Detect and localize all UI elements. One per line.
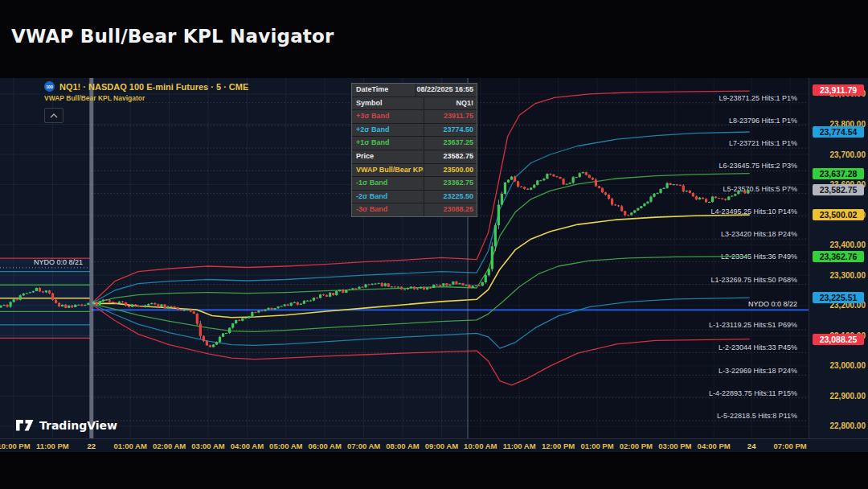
nasdaq100-symbol-icon: 100 xyxy=(44,81,55,92)
tooltip-row-value: 23582.75 xyxy=(424,150,477,163)
time-axis-label: 02:00 PM xyxy=(620,442,653,450)
price-badge: 23,637.28 xyxy=(813,168,864,179)
kpl-level-label: L4-23495.25 Hits:10 P14% xyxy=(710,208,797,216)
nydo-label: NYDO 0:0 8/21 xyxy=(34,258,83,266)
tradingview-screenshot: VWAP Bull/Bear KPL Navigator L9-23871.25… xyxy=(0,0,868,489)
tooltip-row-label: +1σ Band xyxy=(352,137,424,150)
tooltip-row-value: 23362.75 xyxy=(424,177,477,190)
price-axis-label: 23,700.00 xyxy=(813,150,866,159)
tradingview-logo-icon xyxy=(16,420,34,431)
tooltip-row-label: -3σ Band xyxy=(352,203,424,216)
kpl-level-label: L-1-23119.25 Hits:51 P69% xyxy=(709,321,797,329)
time-axis-label: 11:00 AM xyxy=(503,442,536,450)
tooltip-row: -3σ Band23088.25 xyxy=(352,203,477,216)
chart-panel: L9-23871.25 Hits:1 P1%L8-23796 Hits:1 P1… xyxy=(0,78,868,452)
tooltip-row-value: 23911.75 xyxy=(424,110,477,123)
tooltip-row-label: VWAP Bull/Bear KPL xyxy=(352,164,424,177)
kpl-level-label: L-5-22818.5 Hits:8 P11% xyxy=(717,412,797,420)
time-axis-label: 03:00 AM xyxy=(191,442,224,450)
tooltip-row: -1σ Band23362.75 xyxy=(352,177,477,191)
kpl-level-label: L5-23570.5 Hits:5 P7% xyxy=(723,185,797,193)
tooltip-row-value: 23088.25 xyxy=(424,203,477,216)
price-badge: 23,774.54 xyxy=(813,126,864,138)
price-axis-label: 22,900.00 xyxy=(813,392,866,401)
legend-indicator-text[interactable]: VWAP Bull/Bear KPL Navigator xyxy=(44,94,248,102)
legend-symbol-row[interactable]: 100 NQ1! · NASDAQ 100 E-mini Futures · 5… xyxy=(44,81,248,92)
kpl-level-label: L-2-23044 Hits:33 P45% xyxy=(719,343,797,351)
legend-symbol-text[interactable]: NQ1! · NASDAQ 100 E-mini Futures · 5 · C… xyxy=(59,82,248,92)
time-axis-label: 10:00 AM xyxy=(464,442,497,450)
price-badge: 23,500.02 xyxy=(813,209,864,220)
tooltip-row-value: 23500.00 xyxy=(424,164,477,177)
time-axis-label: 02:00 AM xyxy=(153,442,186,450)
data-window-tooltip: DateTime08/22/2025 16:55SymbolNQ1!+3σ Ba… xyxy=(351,83,477,217)
price-badge: 23,088.25 xyxy=(813,334,864,345)
tooltip-row-value: 23225.50 xyxy=(424,191,477,203)
tooltip-row: Price23582.75 xyxy=(352,150,477,164)
kpl-level-label: L9-23871.25 Hits:1 P1% xyxy=(719,94,797,102)
time-axis-date-label: 24 xyxy=(747,442,756,450)
tradingview-logo-text: TradingView xyxy=(39,419,117,432)
nydo-label: NYDO 0:0 8/22 xyxy=(748,300,797,308)
tooltip-row-label: Symbol xyxy=(352,97,424,110)
time-axis-date-label: 22 xyxy=(88,442,96,450)
time-axis-label: 01:00 AM xyxy=(114,442,147,450)
tooltip-row-value: 23637.25 xyxy=(424,137,477,150)
tooltip-row-label: -1σ Band xyxy=(352,177,424,190)
time-axis[interactable]: 10:00 PM11:00 PM2201:00 AM02:00 AM03:00 … xyxy=(0,438,868,453)
price-badge: 23,582.75 xyxy=(813,184,864,195)
tooltip-row: SymbolNQ1! xyxy=(352,97,477,111)
tooltip-row-label: +2σ Band xyxy=(352,124,424,137)
tooltip-row-label: DateTime xyxy=(352,84,416,97)
kpl-level-label: L8-23796 Hits:1 P1% xyxy=(729,117,797,125)
time-axis-label: 03:00 PM xyxy=(658,442,691,450)
legend-collapse-button[interactable] xyxy=(44,108,63,123)
chart-legend[interactable]: 100 NQ1! · NASDAQ 100 E-mini Futures · 5… xyxy=(44,81,248,102)
time-axis-label: 08:00 AM xyxy=(386,442,419,450)
tooltip-row-value: NQ1! xyxy=(424,97,477,110)
time-axis-label: 05:00 AM xyxy=(269,442,302,450)
chevron-up-icon xyxy=(50,113,58,118)
price-badge: 23,911.79 xyxy=(813,84,864,96)
tooltip-row: +3σ Band23911.75 xyxy=(352,110,477,124)
tooltip-row-label: Price xyxy=(352,150,424,163)
session-break-band xyxy=(89,78,93,438)
kpl-level-label: L-3-22969 Hits:18 P24% xyxy=(719,367,797,375)
time-axis-label: 04:00 AM xyxy=(231,442,264,450)
time-axis-label: 10:00 PM xyxy=(0,442,31,450)
tooltip-row-label: +3σ Band xyxy=(352,110,424,123)
kpl-level-label: L3-23420 Hits:18 P24% xyxy=(721,230,797,238)
page-title: VWAP Bull/Bear KPL Navigator xyxy=(11,26,334,47)
tooltip-row: +1σ Band23637.25 xyxy=(352,137,477,150)
tooltip-row-label: -2σ Band xyxy=(352,191,424,203)
time-axis-label: 01:00 PM xyxy=(580,442,613,450)
price-axis[interactable]: 23,900.0023,800.0023,700.0023,600.0023,5… xyxy=(809,78,868,438)
price-axis-label: 23,400.00 xyxy=(813,240,866,249)
price-badge: 23,362.76 xyxy=(813,251,864,262)
kpl-level-label: L-4-22893.75 Hits:11 P15% xyxy=(709,389,797,397)
time-axis-label: 04:00 PM xyxy=(698,442,731,450)
tooltip-row: VWAP Bull/Bear KPL23500.00 xyxy=(352,164,477,178)
time-axis-label: 06:00 AM xyxy=(309,442,342,450)
tooltip-row-value: 23774.50 xyxy=(424,124,477,137)
tooltip-row: -2σ Band23225.50 xyxy=(352,191,477,204)
tooltip-row: +2σ Band23774.50 xyxy=(352,124,477,138)
tradingview-watermark[interactable]: TradingView xyxy=(16,419,117,432)
tooltip-row-value: 08/22/2025 16:55 xyxy=(416,84,477,97)
kpl-level-label: L7-23721 Hits:1 P1% xyxy=(729,139,797,147)
time-axis-label: 07:00 PM xyxy=(773,442,806,450)
price-badge: 23,225.51 xyxy=(813,292,864,303)
time-axis-label: 12:00 PM xyxy=(542,442,575,450)
time-axis-label: 09:00 AM xyxy=(425,442,458,450)
kpl-level-label: L1-23269.75 Hits:50 P68% xyxy=(710,276,797,284)
tooltip-row: DateTime08/22/2025 16:55 xyxy=(352,84,477,97)
kpl-level-label: L6-23645.75 Hits:2 P3% xyxy=(719,162,797,170)
time-axis-label: 07:00 AM xyxy=(347,442,380,450)
price-axis-label: 23,300.00 xyxy=(813,271,866,280)
price-axis-label: 22,800.00 xyxy=(813,421,866,430)
time-axis-label: 11:00 PM xyxy=(36,442,69,450)
price-axis-label: 23,000.00 xyxy=(813,361,866,370)
